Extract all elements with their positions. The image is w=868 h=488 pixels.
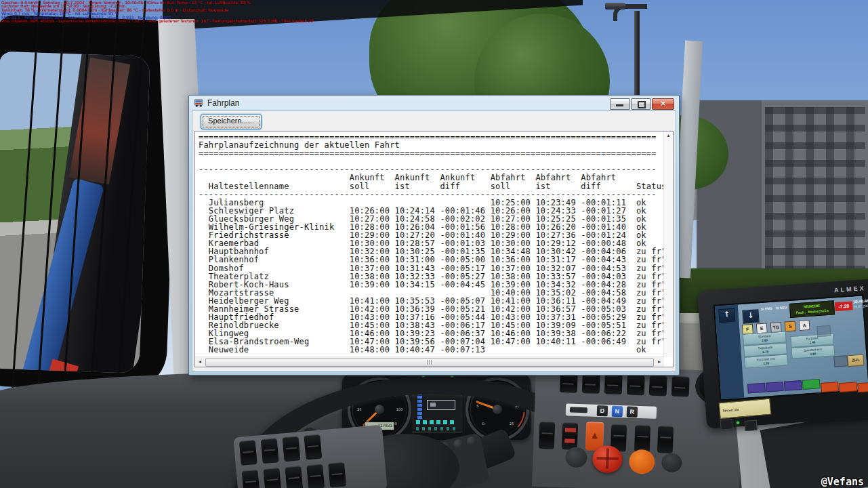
orange-button[interactable]: [629, 449, 655, 474]
wheel-button[interactable]: [453, 439, 464, 450]
door-switch[interactable]: [562, 422, 578, 450]
rocker-switch[interactable]: [604, 373, 623, 394]
scroll-up-icon[interactable]: ▴: [664, 131, 673, 140]
thumb-grip: [427, 360, 432, 365]
rocker-switch[interactable]: [627, 374, 645, 395]
scroll-right-icon[interactable]: ▸: [655, 357, 664, 367]
rocker-switch[interactable]: [671, 376, 690, 397]
building-windows: [765, 107, 865, 272]
machine-function-button[interactable]: [857, 382, 868, 392]
machine-function-button[interactable]: [802, 379, 821, 390]
si-neu-label: SI NEU: [774, 305, 788, 310]
game-screenshot: 020406080100120 217831 0510152025: [0, 0, 868, 488]
bus-red-livery: [47, 359, 79, 374]
destination-display: NEUWEIDE Fach. Hochschule: [789, 300, 835, 318]
arrow-up-button[interactable]: ↑: [718, 308, 735, 323]
dim-key[interactable]: [833, 355, 848, 367]
rocker-switch[interactable]: [328, 462, 346, 488]
stop-name-display: Neuweide: [719, 399, 772, 420]
switch-row: [560, 372, 695, 400]
fare-button[interactable]: Standard erm1.80: [791, 344, 835, 359]
dim-key[interactable]: [817, 325, 831, 337]
wheel-button[interactable]: [466, 436, 478, 447]
bus-blue-livery: [22, 178, 104, 373]
watermark: @Vefans: [821, 476, 864, 488]
machine-function-button[interactable]: [766, 382, 784, 392]
si-fms-label: SI FMS: [760, 306, 773, 311]
round-button[interactable]: [565, 447, 587, 468]
save-button[interactable]: Speichern......: [201, 114, 262, 129]
machine-function-button[interactable]: [839, 382, 857, 392]
close-icon: ×: [653, 99, 674, 108]
gear-slot: [570, 407, 587, 413]
debug-line: Anz. Objekte, Refl. 450/px - Dynamische …: [1, 19, 354, 22]
printer-button[interactable]: [720, 419, 733, 430]
timetable-text[interactable]: ========================================…: [199, 133, 663, 357]
vertical-scrollbar[interactable]: ▴: [663, 131, 673, 357]
window-titlebar[interactable]: Fahrplan ×: [189, 96, 679, 110]
status-led: [737, 422, 739, 424]
window-client-area: Speichern...... ========================…: [192, 110, 676, 372]
scrollbar-thumb[interactable]: [205, 358, 654, 367]
rocker-switch[interactable]: [242, 470, 260, 488]
rocker-switch[interactable]: [649, 375, 667, 396]
window-title: Fahrplan: [207, 98, 239, 108]
maximize-button[interactable]: [631, 98, 651, 110]
ticket-machine-screen: ↑ ↓ SI FMS SI NEU NEUWEIDE Fach. Hochsch…: [714, 294, 868, 401]
bus-side-reflection: [36, 52, 150, 373]
rocker-switch[interactable]: [306, 464, 325, 488]
left-mirror-housing: [0, 14, 178, 392]
round-button[interactable]: [661, 453, 682, 472]
rocker-switch[interactable]: [285, 466, 303, 488]
street-lamp-head: [605, 3, 625, 9]
ticket-machine: ALMEX ↑ ↓ SI FMS SI NEU NEUWEIDE Fach. H…: [697, 279, 868, 429]
machine-function-button[interactable]: [821, 382, 839, 392]
delay-display: -7.20: [835, 301, 853, 311]
gear-selector: D N R: [566, 403, 657, 419]
rocker-switch[interactable]: [582, 373, 600, 394]
maximize-icon: [638, 101, 646, 108]
rocker-switch[interactable]: [263, 468, 281, 488]
printer-button[interactable]: [745, 420, 758, 431]
rocker-switch[interactable]: [239, 440, 257, 466]
timetable-text-panel[interactable]: ========================================…: [194, 131, 674, 367]
machine-function-button[interactable]: [747, 383, 766, 394]
machine-function-button[interactable]: [784, 380, 802, 391]
debug-overlay: Geschw.: 0.0 km/h - Sonntag - 20.7.2003 …: [1, 1, 354, 22]
hazard-icon: ▲: [585, 430, 603, 440]
fare-button[interactable]: Kurzstart erm1.20: [744, 354, 788, 368]
gear-button-reverse[interactable]: R: [627, 406, 638, 418]
street-lamp-pole: [634, 11, 640, 100]
fahrplan-window: Fahrplan × Speichern...... =============…: [188, 95, 680, 375]
gear-button-drive[interactable]: D: [597, 405, 608, 417]
rocker-switch[interactable]: [539, 422, 555, 449]
rocker-switch[interactable]: [261, 438, 279, 464]
rocker-switch[interactable]: [634, 425, 650, 453]
clock-display: 10.40.46 20.07.2008: [853, 298, 868, 309]
ticket-machine-brand: ALMEX: [834, 285, 866, 293]
rocker-switch[interactable]: [304, 434, 322, 460]
gear-button-neutral[interactable]: N: [612, 406, 623, 418]
fahrplan-window-icon: [194, 98, 204, 108]
rocker-switch[interactable]: [282, 436, 300, 462]
zhl-button[interactable]: ZHL: [847, 354, 864, 367]
scroll-left-icon[interactable]: ◂: [195, 357, 205, 367]
gray-building: [697, 100, 868, 278]
focus-rect: [203, 116, 260, 127]
emergency-stop-button[interactable]: [592, 445, 623, 474]
minimize-icon: [616, 104, 623, 106]
close-button[interactable]: ×: [652, 98, 674, 110]
minimize-button[interactable]: [610, 98, 630, 110]
rocker-switch[interactable]: [657, 426, 674, 453]
horizontal-scrollbar[interactable]: ◂ ▸: [195, 357, 664, 367]
